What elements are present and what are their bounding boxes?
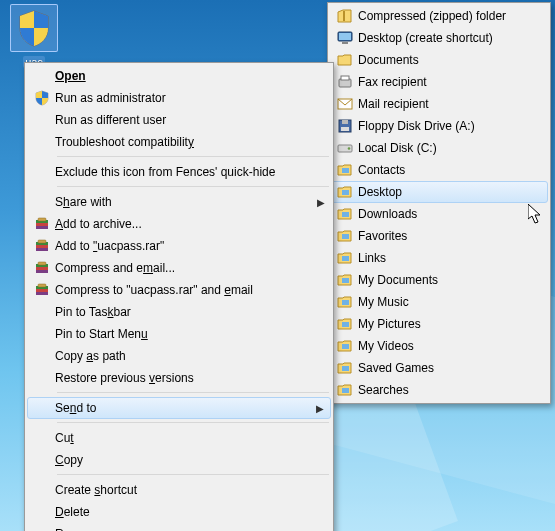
menu-item-run-as-admin[interactable]: Run as administrator: [27, 87, 331, 109]
menu-item-copy-as-path[interactable]: Copy as path: [27, 345, 331, 367]
menu-item-label: Run as administrator: [55, 91, 313, 105]
send-to-item-favorites[interactable]: Favorites: [330, 225, 548, 247]
menu-item-compress-rar-email[interactable]: Compress to "uacpass.rar" and email: [27, 279, 331, 301]
desktop-icon: [332, 30, 358, 46]
menu-item-label: Add to "uacpass.rar": [55, 239, 313, 253]
send-to-item-my-music[interactable]: My Music: [330, 291, 548, 313]
svg-rect-16: [342, 256, 349, 261]
folder-sp-icon: [332, 316, 358, 332]
send-to-item-downloads[interactable]: Downloads: [330, 203, 548, 225]
menu-item-compress-email[interactable]: Compress and email...: [27, 257, 331, 279]
svg-rect-20: [342, 344, 349, 349]
send-to-item-label: Desktop: [358, 185, 530, 199]
menu-separator: [57, 156, 329, 158]
winrar-icon: [34, 282, 50, 298]
menu-item-share-with[interactable]: Share with ▶: [27, 191, 331, 213]
send-to-item-local-disk-c[interactable]: Local Disk (C:): [330, 137, 548, 159]
send-to-item-label: Favorites: [358, 229, 530, 243]
menu-item-add-to-archive[interactable]: Add to archive...: [27, 213, 331, 235]
menu-item-label: Rename: [55, 527, 313, 531]
send-to-item-documents[interactable]: Documents: [330, 49, 548, 71]
folder-sp-icon: [332, 184, 358, 200]
menu-item-label: Pin to Taskbar: [55, 305, 313, 319]
svg-rect-2: [339, 33, 351, 40]
menu-item-label: Run as different user: [55, 113, 313, 127]
send-to-item-floppy-disk-drive-a[interactable]: Floppy Disk Drive (A:): [330, 115, 548, 137]
svg-rect-37: [36, 289, 48, 292]
menu-item-label: Open: [55, 69, 86, 83]
send-to-item-saved-games[interactable]: Saved Games: [330, 357, 548, 379]
svg-rect-30: [38, 240, 46, 243]
menu-item-troubleshoot[interactable]: Troubleshoot compatibility: [27, 131, 331, 153]
send-to-item-label: Compressed (zipped) folder: [358, 9, 530, 23]
send-to-item-links[interactable]: Links: [330, 247, 548, 269]
send-to-item-label: Links: [358, 251, 530, 265]
menu-item-cut[interactable]: Cut: [27, 427, 331, 449]
menu-item-pin-taskbar[interactable]: Pin to Taskbar: [27, 301, 331, 323]
send-to-item-fax-recipient[interactable]: Fax recipient: [330, 71, 548, 93]
send-to-item-label: Documents: [358, 53, 530, 67]
mail-icon: [332, 96, 358, 112]
menu-separator: [57, 392, 329, 394]
send-to-item-label: My Pictures: [358, 317, 530, 331]
svg-rect-0: [343, 11, 345, 21]
menu-item-pin-start[interactable]: Pin to Start Menu: [27, 323, 331, 345]
send-to-item-my-videos[interactable]: My Videos: [330, 335, 548, 357]
svg-rect-14: [342, 212, 349, 217]
send-to-item-desktop[interactable]: Desktop: [330, 181, 548, 203]
send-to-item-mail-recipient[interactable]: Mail recipient: [330, 93, 548, 115]
svg-rect-8: [342, 120, 348, 124]
send-to-item-desktop-create-shortcut[interactable]: Desktop (create shortcut): [330, 27, 548, 49]
folder-icon: [332, 52, 358, 68]
menu-item-exclude-fences[interactable]: Exclude this icon from Fences' quick-hid…: [27, 161, 331, 183]
menu-item-label: Copy: [55, 453, 313, 467]
send-to-item-my-pictures[interactable]: My Pictures: [330, 313, 548, 335]
menu-item-label: Copy as path: [55, 349, 313, 363]
menu-item-run-as-different-user[interactable]: Run as different user: [27, 109, 331, 131]
menu-item-rename[interactable]: Rename: [27, 523, 331, 531]
menu-separator: [57, 186, 329, 188]
svg-rect-5: [341, 76, 349, 80]
send-to-item-label: My Videos: [358, 339, 530, 353]
svg-rect-26: [38, 218, 46, 221]
send-to-item-label: Saved Games: [358, 361, 530, 375]
menu-item-open[interactable]: Open: [27, 65, 331, 87]
winrar-icon: [34, 260, 50, 276]
menu-item-add-to-rar[interactable]: Add to "uacpass.rar": [27, 235, 331, 257]
menu-item-send-to[interactable]: Send to ▶: [27, 397, 331, 419]
send-to-item-my-documents[interactable]: My Documents: [330, 269, 548, 291]
svg-rect-13: [342, 190, 349, 195]
svg-rect-33: [36, 267, 48, 270]
send-to-item-searches[interactable]: Searches: [330, 379, 548, 401]
svg-rect-25: [36, 223, 48, 226]
menu-item-label: Compress to "uacpass.rar" and email: [55, 283, 313, 297]
send-to-item-label: Searches: [358, 383, 530, 397]
folder-sp-icon: [332, 250, 358, 266]
shield-icon: [14, 8, 54, 48]
svg-rect-18: [342, 300, 349, 305]
menu-item-delete[interactable]: Delete: [27, 501, 331, 523]
menu-item-label: Delete: [55, 505, 313, 519]
fax-icon: [332, 74, 358, 90]
chevron-right-icon: ▶: [317, 197, 325, 208]
send-to-item-contacts[interactable]: Contacts: [330, 159, 548, 181]
context-menu: Open Run as administrator Run as differe…: [24, 62, 334, 531]
menu-item-label: Create shortcut: [55, 483, 313, 497]
folder-sp-icon: [332, 206, 358, 222]
winrar-icon: [34, 216, 50, 232]
svg-rect-34: [38, 262, 46, 265]
menu-item-create-shortcut[interactable]: Create shortcut: [27, 479, 331, 501]
menu-item-label: Cut: [55, 431, 313, 445]
menu-item-copy[interactable]: Copy: [27, 449, 331, 471]
desktop-icon-uac[interactable]: uac: [4, 4, 64, 68]
send-to-item-compressed-zipped-folder[interactable]: Compressed (zipped) folder: [330, 5, 548, 27]
svg-rect-22: [342, 388, 349, 393]
svg-rect-19: [342, 322, 349, 327]
menu-item-label: Troubleshoot compatibility: [55, 135, 313, 149]
send-to-submenu: Compressed (zipped) folderDesktop (creat…: [327, 2, 551, 404]
svg-rect-38: [38, 284, 46, 287]
menu-item-label: Pin to Start Menu: [55, 327, 313, 341]
menu-item-restore-versions[interactable]: Restore previous versions: [27, 367, 331, 389]
folder-sp-icon: [332, 294, 358, 310]
menu-item-label: Exclude this icon from Fences' quick-hid…: [55, 165, 313, 179]
